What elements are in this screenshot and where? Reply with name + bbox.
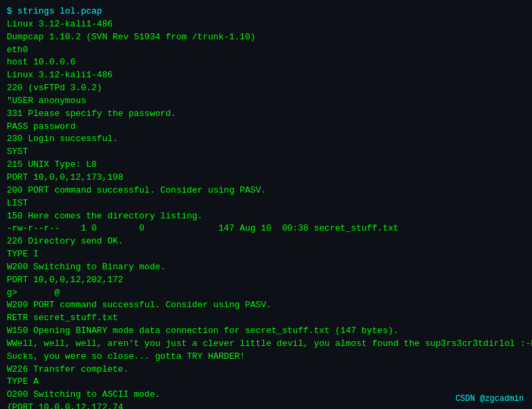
terminal-line: LIST: [7, 197, 525, 210]
terminal-line: TYPE A: [7, 376, 525, 389]
terminal-line: PASS password: [7, 121, 525, 134]
terminal-line: 200 PORT command successful. Consider us…: [7, 184, 525, 197]
terminal-line: PORT 10,0,0,12,202,172: [7, 274, 525, 287]
terminal-line: Sucks, you were so close... gotta TRY HA…: [7, 351, 525, 364]
terminal-line: Linux 3.12-kali1-486: [7, 69, 525, 82]
terminal-line: WWell, well, well, aren't you just a cle…: [7, 338, 525, 351]
terminal-line: 226 Directory send OK.: [7, 235, 525, 248]
terminal-line: RETR secret_stuff.txt: [7, 312, 525, 325]
terminal-line: Linux 3.12-kali1-486: [7, 18, 525, 31]
terminal-line: g> @: [7, 287, 525, 300]
terminal-line: SYST: [7, 146, 525, 159]
terminal-line: 215 UNIX Type: L8: [7, 159, 525, 172]
terminal-line: O200 Switching to ASCII mode.: [7, 389, 525, 402]
terminal-line: host 10.0.0.6: [7, 56, 525, 69]
terminal-line: W150 Opening BINARY mode data connection…: [7, 325, 525, 338]
terminal-line: {PORT 10,0,0,12,172,74: [7, 402, 525, 409]
terminal-line: Dumpcap 1.10.2 (SVN Rev 51934 from /trun…: [7, 31, 525, 44]
terminal-line: W200 Switching to Binary mode.: [7, 261, 525, 274]
terminal-line: W226 Transfer complete.: [7, 364, 525, 376]
terminal-line: 150 Here comes the directory listing.: [7, 210, 525, 223]
terminal-line: 220 (vsFTPd 3.0.2): [7, 82, 525, 95]
terminal-line: TYPE I: [7, 248, 525, 261]
terminal-line: 331 Please specify the password.: [7, 108, 525, 121]
terminal-line: W200 PORT command successful. Consider u…: [7, 299, 525, 312]
terminal-line: PORT 10,0,0,12,173,198: [7, 172, 525, 184]
terminal-line: "USER anonymous: [7, 95, 525, 108]
terminal-line: 230 Login successful.: [7, 133, 525, 146]
terminal-line: -rw-r--r-- 1 0 0 147 Aug 10 00:38 secret…: [7, 222, 525, 235]
watermark: CSDN @zgcadmin: [455, 394, 524, 404]
terminal-line: eth0: [7, 44, 525, 57]
terminal-line: $ strings lol.pcap: [7, 5, 525, 18]
terminal-window: $ strings lol.pcapLinux 3.12-kali1-486Du…: [0, 0, 532, 409]
